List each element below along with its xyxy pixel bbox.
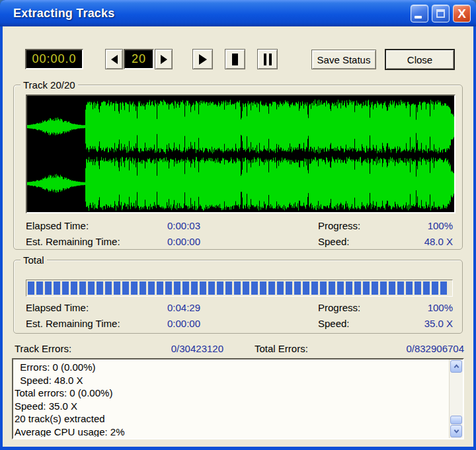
progress-segment bbox=[71, 281, 77, 295]
progress-segment bbox=[243, 281, 249, 295]
progress-segment bbox=[139, 281, 146, 295]
progress-segment bbox=[88, 281, 95, 295]
progress-value: 100% bbox=[380, 219, 453, 232]
track-next-button[interactable] bbox=[155, 49, 173, 69]
minimize-icon bbox=[415, 16, 422, 19]
total-groupbox-title: Total bbox=[20, 254, 47, 266]
play-button[interactable] bbox=[192, 49, 213, 69]
progress-segment bbox=[208, 281, 215, 295]
elapsed-time-value: 0:04:29 bbox=[167, 301, 318, 314]
dialog-client-area: 00:00.0 20 Save Status Close Track 20/20… bbox=[3, 26, 473, 447]
total-progressbar bbox=[26, 280, 453, 297]
progress-label: Progress: bbox=[318, 301, 380, 314]
progress-segment bbox=[389, 281, 395, 295]
progress-segment bbox=[268, 281, 275, 295]
progress-segment bbox=[415, 281, 421, 295]
remaining-time-label: Est. Remaining Time: bbox=[26, 317, 167, 330]
progress-segment bbox=[432, 281, 438, 295]
track-errors-label: Track Errors: bbox=[15, 343, 115, 354]
log-line: Errors: 0 (0.00%) bbox=[15, 361, 448, 374]
progress-segment bbox=[28, 281, 34, 295]
progress-segment bbox=[311, 281, 318, 295]
progress-segment bbox=[174, 281, 180, 295]
progress-label: Progress: bbox=[318, 219, 380, 232]
progress-segment bbox=[200, 281, 206, 295]
scroll-up-button[interactable] bbox=[450, 360, 462, 373]
progress-segment bbox=[36, 281, 43, 295]
progress-segment bbox=[320, 281, 327, 295]
speed-value: 35.0 X bbox=[380, 317, 453, 330]
elapsed-time-label: Elapsed Time: bbox=[26, 301, 167, 314]
progress-segment bbox=[303, 281, 309, 295]
chevron-up-icon bbox=[454, 363, 459, 369]
window-title: Extracting Tracks bbox=[13, 7, 407, 20]
remaining-time-value: 0:00:00 bbox=[167, 317, 318, 330]
stop-icon bbox=[232, 54, 238, 65]
titlebar[interactable]: Extracting Tracks X bbox=[0, 0, 476, 26]
progress-segment bbox=[45, 281, 52, 295]
log-listbox[interactable]: Errors: 0 (0.00%) Speed: 48.0 XTotal err… bbox=[12, 358, 464, 439]
log-line: Average CPU usage: 2% bbox=[15, 426, 448, 437]
progress-segment bbox=[157, 281, 163, 295]
track-groupbox: Track 20/20 Elapsed Time: 0:00:03 Progre… bbox=[13, 85, 463, 250]
log-line: Total errors: 0 (0.00%) bbox=[15, 387, 448, 400]
progress-segment bbox=[440, 281, 447, 295]
log-scrollbar[interactable] bbox=[449, 359, 463, 438]
progress-segment bbox=[251, 281, 258, 295]
progress-segment bbox=[423, 281, 430, 295]
left-arrow-icon bbox=[111, 55, 118, 64]
scrollbar-thumb[interactable] bbox=[450, 416, 462, 424]
progress-segment bbox=[294, 281, 301, 295]
progress-segment bbox=[406, 281, 413, 295]
progress-segment bbox=[363, 281, 370, 295]
elapsed-time-label: Elapsed Time: bbox=[26, 219, 167, 232]
progress-segment bbox=[337, 281, 344, 295]
maximize-button[interactable] bbox=[432, 5, 450, 22]
chevron-down-icon bbox=[454, 428, 459, 434]
close-dialog-button[interactable]: Close bbox=[385, 49, 455, 70]
remaining-time-label: Est. Remaining Time: bbox=[26, 235, 167, 248]
pause-icon bbox=[264, 54, 272, 65]
track-previous-button[interactable] bbox=[105, 49, 123, 69]
log-lines: Errors: 0 (0.00%) Speed: 48.0 XTotal err… bbox=[15, 361, 448, 437]
progress-segment bbox=[148, 281, 155, 295]
waveform-canvas bbox=[27, 96, 454, 212]
elapsed-time-value: 0:00:03 bbox=[167, 219, 318, 232]
total-groupbox: Total Elapsed Time: 0:04:29 Progress: 10… bbox=[13, 260, 463, 334]
speed-value: 48.0 X bbox=[380, 235, 453, 248]
progress-segment bbox=[234, 281, 241, 295]
pause-button[interactable] bbox=[257, 49, 278, 69]
right-arrow-icon bbox=[161, 55, 167, 64]
log-line: Speed: 48.0 X bbox=[15, 374, 448, 387]
close-button[interactable]: X bbox=[453, 5, 471, 22]
progress-segment bbox=[62, 281, 69, 295]
close-icon: X bbox=[454, 5, 470, 22]
progress-segment bbox=[79, 281, 86, 295]
progress-segment bbox=[191, 281, 198, 295]
progress-segment bbox=[329, 281, 335, 295]
scroll-down-button[interactable] bbox=[450, 425, 462, 437]
track-stats: Elapsed Time: 0:00:03 Progress: 100% Est… bbox=[26, 219, 453, 248]
total-errors-value: 0/832906704 bbox=[340, 343, 464, 354]
progress-segment bbox=[97, 281, 103, 295]
save-status-button[interactable]: Save Status bbox=[311, 50, 376, 69]
track-groupbox-title: Track 20/20 bbox=[20, 79, 78, 91]
progress-segment bbox=[131, 281, 138, 295]
minimize-button[interactable] bbox=[411, 5, 428, 22]
log-line: 20 track(s) extracted bbox=[15, 412, 448, 426]
progress-segment bbox=[277, 281, 284, 295]
stop-button[interactable] bbox=[225, 49, 245, 69]
progress-segment bbox=[397, 281, 404, 295]
progress-segment bbox=[372, 281, 378, 295]
track-number-display: 20 bbox=[124, 49, 154, 69]
progress-segment bbox=[165, 281, 172, 295]
progress-value: 100% bbox=[380, 301, 453, 314]
remaining-time-value: 0:00:00 bbox=[167, 235, 318, 248]
time-display: 00:00.0 bbox=[25, 49, 83, 69]
progress-segment bbox=[346, 281, 352, 295]
extracting-tracks-dialog: Extracting Tracks X 00:00.0 20 Save S bbox=[0, 0, 476, 450]
total-stats: Elapsed Time: 0:04:29 Progress: 100% Est… bbox=[26, 301, 453, 330]
progress-segment bbox=[286, 281, 292, 295]
speed-label: Speed: bbox=[318, 317, 380, 330]
waveform-display bbox=[26, 94, 456, 213]
